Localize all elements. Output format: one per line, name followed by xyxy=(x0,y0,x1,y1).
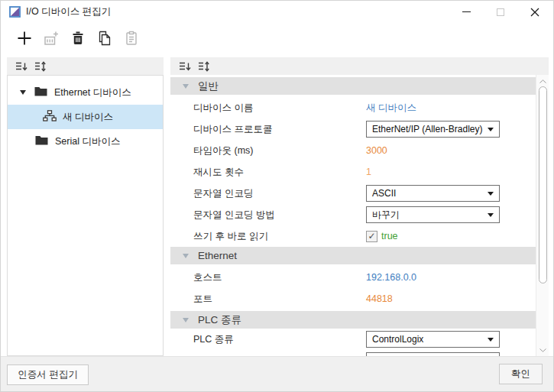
timeout-value[interactable]: 3000 xyxy=(366,145,387,156)
certificate-editor-button[interactable]: 인증서 편집기 xyxy=(7,364,89,385)
device-name-value[interactable]: 새 디바이스 xyxy=(366,102,416,115)
chevron-down-icon xyxy=(488,338,494,342)
port-value[interactable]: 44818 xyxy=(366,293,393,304)
add-device-button[interactable] xyxy=(15,29,34,47)
expand-all-icon xyxy=(198,60,210,73)
delete-button[interactable] xyxy=(69,29,87,47)
prop-label: 재시도 횟수 xyxy=(193,166,366,179)
chevron-down-icon[interactable] xyxy=(183,84,189,89)
section-header-general[interactable]: 일반 xyxy=(170,77,536,95)
network-device-icon xyxy=(43,110,57,124)
prop-label: 쓰기 후 바로 읽기 xyxy=(193,230,366,243)
row-timeout: 타임아웃 (ms) 3000 xyxy=(170,140,536,161)
footer-bar: 인증서 편집기 확인 xyxy=(1,356,553,392)
property-panel-header xyxy=(170,57,549,75)
row-read-after-write: 쓰기 후 바로 읽기 true xyxy=(170,225,536,247)
chevron-down-icon[interactable] xyxy=(183,318,189,322)
chevron-up-icon xyxy=(539,79,546,83)
expand-all-button[interactable] xyxy=(34,60,47,73)
section-header-plc-type[interactable]: PLC 종류 xyxy=(170,311,536,329)
vertical-scrollbar[interactable] xyxy=(536,75,549,356)
tree-item-label: 새 디바이스 xyxy=(63,111,113,124)
io-device-editor-window: I/O 디바이스 편집기 xyxy=(0,0,554,392)
expand-all-button[interactable] xyxy=(197,60,211,73)
host-value[interactable]: 192.168.0.0 xyxy=(366,272,416,283)
scroll-up-button[interactable] xyxy=(536,76,549,86)
tree-item-label: Serial 디바이스 xyxy=(55,135,120,148)
chevron-down-icon[interactable] xyxy=(20,90,26,95)
dropdown-value: EtherNet/IP (Allen-Bradley) xyxy=(372,124,483,134)
prop-label: 디바이스 프로토콜 xyxy=(193,123,366,136)
window-title: I/O 디바이스 편집기 xyxy=(26,1,111,23)
close-button[interactable] xyxy=(523,1,546,23)
section-title: PLC 종류 xyxy=(198,311,241,329)
read-after-write-checkbox[interactable] xyxy=(366,231,377,242)
row-device-protocol: 디바이스 프로토콜 EtherNet/IP (Allen-Bradley) xyxy=(170,118,536,140)
building-add-icon xyxy=(43,30,60,47)
minimize-icon xyxy=(462,11,471,12)
toolbar xyxy=(1,23,553,53)
maximize-icon xyxy=(497,8,504,16)
row-string-encoding-method: 문자열 인코딩 방법 바꾸기 xyxy=(170,204,536,225)
protocol-dropdown[interactable]: EtherNet/IP (Allen-Bradley) xyxy=(366,121,500,138)
folder-icon xyxy=(34,86,47,99)
chevron-down-icon xyxy=(488,213,494,217)
section-rows: 디바이스 이름 새 디바이스 디바이스 프로토콜 EtherNet/IP (Al… xyxy=(170,97,536,247)
tree-item-serial-devices[interactable]: Serial 디바이스 xyxy=(8,129,163,154)
titlebar: I/O 디바이스 편집기 xyxy=(1,1,553,23)
minimize-button[interactable] xyxy=(455,1,478,23)
copy-button[interactable] xyxy=(96,29,114,47)
trash-icon xyxy=(70,30,86,47)
paste-icon xyxy=(123,30,140,47)
row-retry-count: 재시도 횟수 1 xyxy=(170,161,536,183)
row-message-type: 메시지 타입 태그 xyxy=(170,350,536,356)
string-encoding-dropdown[interactable]: ASCII xyxy=(366,185,500,202)
prop-label: 디바이스 이름 xyxy=(193,102,366,115)
retry-count-value[interactable]: 1 xyxy=(366,167,371,177)
section-header-ethernet[interactable]: Ethernet xyxy=(170,247,536,264)
row-host: 호스트 192.168.0.0 xyxy=(170,267,536,288)
section-rows: PLC 종류 ControlLogix 메시지 타입 태그 xyxy=(170,329,536,356)
chevron-down-icon[interactable] xyxy=(183,254,189,258)
prop-label: 호스트 xyxy=(193,271,366,284)
ok-button[interactable]: 확인 xyxy=(499,364,543,384)
copy-icon xyxy=(96,30,113,47)
row-string-encoding: 문자열 인코딩 ASCII xyxy=(170,183,536,204)
section-title: Ethernet xyxy=(198,247,237,264)
collapse-all-button[interactable] xyxy=(178,60,192,73)
tree-panel-header xyxy=(7,57,164,75)
chevron-down-icon xyxy=(488,128,494,131)
folder-icon xyxy=(35,135,48,147)
prop-label: 타임아웃 (ms) xyxy=(193,144,366,157)
collapse-all-icon xyxy=(15,60,28,73)
chevron-down-icon xyxy=(488,192,494,196)
prop-label: 문자열 인코딩 xyxy=(193,187,366,200)
dropdown-value: ASCII xyxy=(372,188,396,199)
prop-label: 포트 xyxy=(193,293,366,306)
device-tree: Ethernet 디바이스 새 디바이스 Serial 디바이스 xyxy=(7,75,164,356)
encoding-method-dropdown[interactable]: 바꾸기 xyxy=(366,206,500,223)
paste-button[interactable] xyxy=(122,29,141,47)
expand-all-icon xyxy=(34,60,47,73)
app-logo-icon xyxy=(9,6,21,18)
section-title: 일반 xyxy=(198,77,219,95)
add-group-button[interactable] xyxy=(42,29,60,47)
section-rows: 호스트 192.168.0.0 포트 44818 xyxy=(170,267,536,309)
dropdown-value: 바꾸기 xyxy=(372,209,400,222)
plus-icon xyxy=(16,30,33,47)
scrollbar-thumb[interactable] xyxy=(539,86,547,283)
tree-item-label: Ethernet 디바이스 xyxy=(54,86,131,99)
collapse-all-button[interactable] xyxy=(15,60,28,73)
plc-type-dropdown[interactable]: ControlLogix xyxy=(366,331,500,348)
tree-item-new-device[interactable]: 새 디바이스 xyxy=(8,105,163,129)
maximize-button[interactable] xyxy=(489,1,512,23)
row-device-name: 디바이스 이름 새 디바이스 xyxy=(170,97,536,118)
row-plc-type: PLC 종류 ControlLogix xyxy=(170,329,536,350)
tree-item-ethernet-devices[interactable]: Ethernet 디바이스 xyxy=(8,80,163,105)
chevron-down-icon xyxy=(539,348,546,352)
prop-label: PLC 종류 xyxy=(193,333,366,346)
scroll-down-button[interactable] xyxy=(536,345,549,355)
checkbox-value-label: true xyxy=(381,231,398,241)
collapse-all-icon xyxy=(179,60,191,73)
prop-label: 문자열 인코딩 방법 xyxy=(193,209,366,222)
